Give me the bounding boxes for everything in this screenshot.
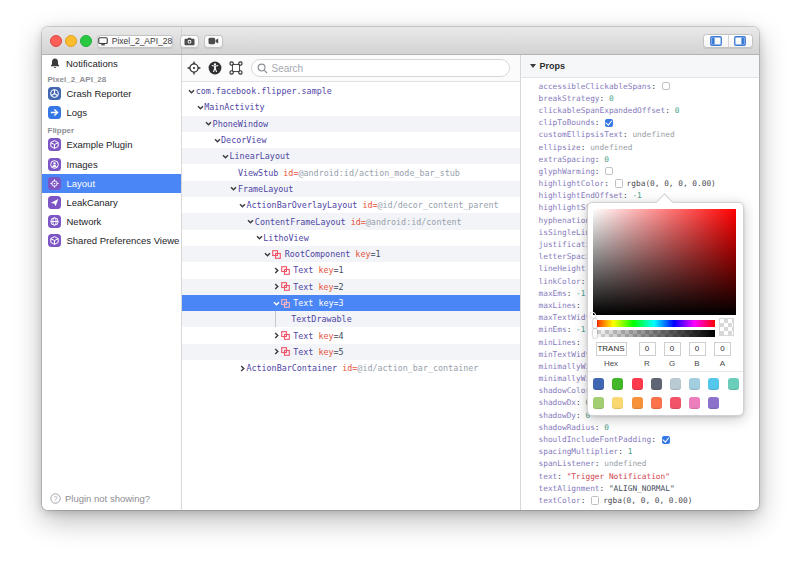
screenshot-button[interactable] xyxy=(180,35,199,48)
sidebar-item-notifications[interactable]: Notifications xyxy=(42,55,181,71)
tree-row[interactable]: LithoView xyxy=(182,230,520,246)
sidebar-item-crash-reporter[interactable]: Crash Reporter xyxy=(42,84,181,103)
device-selector-button[interactable]: Pixel_2_API_28 xyxy=(97,35,173,48)
tree-row[interactable]: LinearLayout xyxy=(182,148,520,164)
alpha-marker[interactable] xyxy=(593,329,597,338)
color-swatch[interactable] xyxy=(632,397,643,409)
props-header[interactable]: Props xyxy=(521,55,760,78)
tree-row[interactable]: TextDrawable xyxy=(182,311,520,327)
chevron-down-icon[interactable] xyxy=(214,137,222,144)
channel-input-a[interactable]: 0 xyxy=(714,342,731,356)
chevron-right-icon[interactable] xyxy=(273,283,281,290)
chevron-right-icon[interactable] xyxy=(273,348,281,355)
sidebar-item-example-plugin[interactable]: Example Plugin xyxy=(42,135,181,154)
channel-input-r[interactable]: 0 xyxy=(639,342,656,356)
color-swatch[interactable] xyxy=(651,397,662,409)
prop-row[interactable]: glyphWarming: xyxy=(521,165,760,177)
checkbox-checked[interactable] xyxy=(605,119,613,127)
minimize-button[interactable] xyxy=(65,35,77,47)
prop-row[interactable]: shouldIncludeFontPadding: xyxy=(521,433,760,445)
chevron-down-icon[interactable] xyxy=(197,104,205,111)
tree-row[interactable]: RootComponent key=1 xyxy=(182,246,520,262)
sidebar-item-leakcanary[interactable]: LeakCanary xyxy=(42,193,181,212)
zoom-button[interactable] xyxy=(80,35,92,47)
prop-row[interactable]: textColor: rgba(0, 0, 0, 0.00) xyxy=(521,494,760,506)
accessibility-icon[interactable] xyxy=(208,61,222,75)
prop-row[interactable]: shadowRadius: 0 xyxy=(521,421,760,433)
chevron-down-icon[interactable] xyxy=(256,234,264,241)
target-crosshair-icon[interactable] xyxy=(187,61,201,75)
sidebar-item-layout[interactable]: Layout xyxy=(42,174,181,193)
sidebar-item-network[interactable]: Network xyxy=(42,212,181,231)
hex-input[interactable]: TRANS xyxy=(596,342,627,356)
chevron-down-icon[interactable] xyxy=(273,300,281,307)
alpha-slider[interactable] xyxy=(593,330,715,337)
tree-row[interactable]: PhoneWindow xyxy=(182,116,520,132)
sidebar-item-images[interactable]: Images xyxy=(42,155,181,174)
checkbox-checked[interactable] xyxy=(662,436,670,444)
chevron-down-icon[interactable] xyxy=(205,120,213,127)
color-swatch-box[interactable] xyxy=(615,179,623,188)
search-input[interactable]: Search xyxy=(251,59,510,77)
toggle-left-sidebar-button[interactable] xyxy=(704,35,728,48)
color-swatch[interactable] xyxy=(689,378,700,390)
chevron-down-icon[interactable] xyxy=(239,202,247,209)
tree-row[interactable]: Text key=4 xyxy=(182,327,520,343)
chevron-down-icon[interactable] xyxy=(247,218,255,225)
color-swatch[interactable] xyxy=(689,397,700,409)
chevron-down-icon[interactable] xyxy=(230,185,238,192)
checkbox-unchecked[interactable] xyxy=(605,167,613,175)
sidebar-item-shared-preferences-viewe[interactable]: Shared Preferences Viewe xyxy=(42,231,181,250)
prop-row[interactable]: spacingMultiplier: 1 xyxy=(521,446,760,458)
tree-row[interactable]: ActionBarOverlayLayout id=@id/decor_cont… xyxy=(182,197,520,213)
color-swatch[interactable] xyxy=(593,397,604,409)
tree-row[interactable]: ActionBarContainer id=@id/action_bar_con… xyxy=(182,360,520,376)
toggle-right-sidebar-button[interactable] xyxy=(728,35,753,48)
chevron-down-icon[interactable] xyxy=(264,251,272,258)
prop-row[interactable]: highlightColor: rgba(0, 0, 0, 0.00) xyxy=(521,178,760,190)
sidebar-item-logs[interactable]: Logs xyxy=(42,103,181,122)
prop-row[interactable]: text: "Trigger Notification" xyxy=(521,470,760,482)
prop-row[interactable]: ellipsize: undefined xyxy=(521,141,760,153)
tree-row[interactable]: Text key=3 xyxy=(182,295,520,311)
saturation-marker[interactable] xyxy=(590,312,596,318)
screen-record-button[interactable] xyxy=(204,35,223,48)
color-swatch-box[interactable] xyxy=(591,496,599,505)
prop-row[interactable]: highlightEndOffset: -1 xyxy=(521,190,760,202)
color-swatch[interactable] xyxy=(708,378,719,390)
tree-row[interactable]: ContentFrameLayout id=@android:id/conten… xyxy=(182,213,520,229)
chevron-down-icon[interactable] xyxy=(188,88,196,95)
prop-row[interactable]: spanListener: undefined xyxy=(521,458,760,470)
saturation-square[interactable] xyxy=(593,209,736,315)
color-swatch[interactable] xyxy=(670,378,681,390)
hue-marker[interactable] xyxy=(593,319,597,328)
chevron-right-icon[interactable] xyxy=(273,332,281,339)
tree-row[interactable]: Text key=1 xyxy=(182,262,520,278)
color-swatch[interactable] xyxy=(651,378,662,390)
prop-row[interactable]: textAlignment: "ALIGN_NORMAL" xyxy=(521,482,760,494)
color-swatch[interactable] xyxy=(708,397,719,409)
channel-input-g[interactable]: 0 xyxy=(664,342,681,356)
tree-row[interactable]: ViewStub id=@android:id/action_mode_bar_… xyxy=(182,164,520,180)
prop-row[interactable]: breakStrategy: 0 xyxy=(521,92,760,104)
color-swatch[interactable] xyxy=(632,378,643,390)
prop-row[interactable]: accessibleClickableSpans: xyxy=(521,80,760,92)
color-swatch[interactable] xyxy=(612,397,623,409)
tree-row[interactable]: Text key=2 xyxy=(182,279,520,295)
channel-input-b[interactable]: 0 xyxy=(689,342,706,356)
chevron-right-icon[interactable] xyxy=(273,267,281,274)
prop-row[interactable]: customEllipsisText: undefined xyxy=(521,129,760,141)
prop-row[interactable]: extraSpacing: 0 xyxy=(521,153,760,165)
tree-row[interactable]: DecorView xyxy=(182,132,520,148)
tree-row[interactable]: Text key=5 xyxy=(182,344,520,360)
chevron-down-icon[interactable] xyxy=(222,153,230,160)
hue-slider[interactable] xyxy=(593,320,715,327)
color-swatch[interactable] xyxy=(612,378,623,390)
prop-row[interactable]: clipToBounds: xyxy=(521,117,760,129)
plugin-not-showing-link[interactable]: ? Plugin not showing? xyxy=(50,493,150,504)
tree-row[interactable]: com.facebook.flipper.sample xyxy=(182,83,520,99)
prop-row[interactable]: clickableSpanExpandedOffset: 0 xyxy=(521,104,760,116)
color-swatch[interactable] xyxy=(728,378,739,390)
color-swatch[interactable] xyxy=(593,378,604,390)
tree-row[interactable]: MainActivity xyxy=(182,99,520,115)
